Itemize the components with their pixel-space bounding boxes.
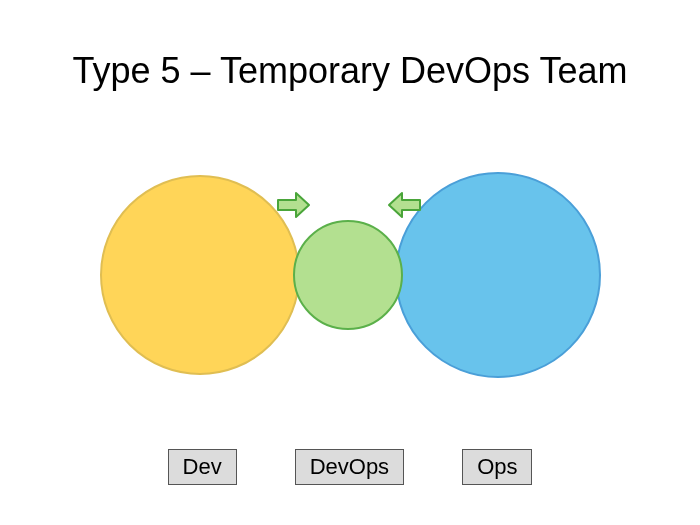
team-diagram bbox=[0, 175, 700, 395]
page-title: Type 5 – Temporary DevOps Team bbox=[0, 50, 700, 92]
legend-dev: Dev bbox=[168, 449, 237, 485]
dev-circle bbox=[100, 175, 300, 375]
arrow-right-icon bbox=[276, 190, 312, 220]
legend: Dev DevOps Ops bbox=[0, 449, 700, 485]
legend-ops: Ops bbox=[462, 449, 532, 485]
legend-devops: DevOps bbox=[295, 449, 404, 485]
devops-circle bbox=[293, 220, 403, 330]
ops-circle bbox=[395, 172, 601, 378]
arrow-left-icon bbox=[386, 190, 422, 220]
